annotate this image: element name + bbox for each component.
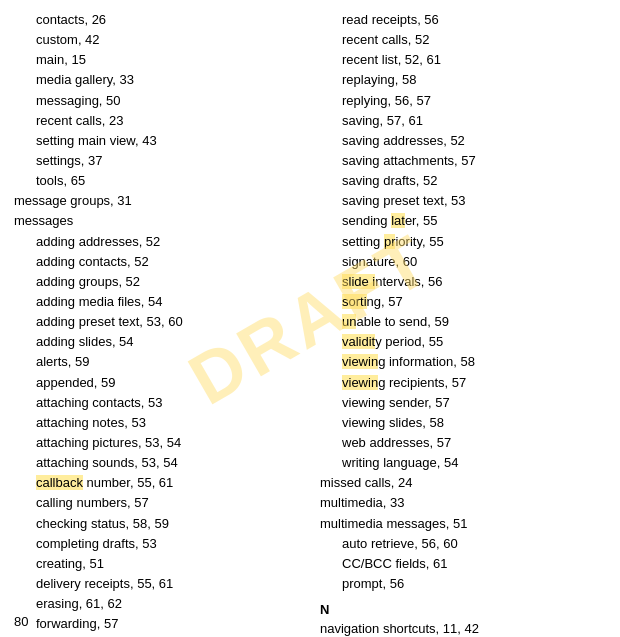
list-item: media gallery, 33 [14, 70, 300, 90]
list-item: checking status, 58, 59 [14, 514, 300, 534]
list-item: recent calls, 52 [320, 30, 606, 50]
list-item: saving addresses, 52 [320, 131, 606, 151]
list-item: auto retrieve, 56, 60 [320, 534, 606, 554]
list-item: adding preset text, 53, 60 [14, 312, 300, 332]
list-item: CC/BCC fields, 61 [320, 554, 606, 574]
list-item: setting main view, 43 [14, 131, 300, 151]
list-item: viewing recipients, 57 [320, 373, 606, 393]
section-header-n: N [320, 602, 606, 617]
list-item: saving preset text, 53 [320, 191, 606, 211]
list-item: contacts, 26 [14, 10, 300, 30]
list-item: recent calls, 23 [14, 111, 300, 131]
list-item: web addresses, 57 [320, 433, 606, 453]
list-item: messaging, 50 [14, 91, 300, 111]
list-item: slide intervals, 56 [320, 272, 606, 292]
list-item: adding contacts, 52 [14, 252, 300, 272]
list-item: attaching pictures, 53, 54 [14, 433, 300, 453]
list-item: sending later, 55 [320, 211, 606, 231]
list-item: navigation shortcuts, 11, 42 [320, 619, 606, 637]
list-item: viewing sender, 57 [320, 393, 606, 413]
list-item: setting priority, 55 [320, 232, 606, 252]
list-item: writing language, 54 [320, 453, 606, 473]
list-item: messages [14, 211, 300, 231]
list-item: attaching contacts, 53 [14, 393, 300, 413]
list-item: appended, 59 [14, 373, 300, 393]
list-item: alerts, 59 [14, 352, 300, 372]
left-column: contacts, 26 custom, 42 main, 15 media g… [14, 10, 310, 637]
list-item: replaying, 58 [320, 70, 606, 90]
list-item: replying, 56, 57 [320, 91, 606, 111]
list-item: attaching sounds, 53, 54 [14, 453, 300, 473]
list-item: forwarding, 57 [14, 614, 300, 634]
list-item: multimedia messages, 51 [320, 514, 606, 534]
list-item: prompt, 56 [320, 574, 606, 594]
index-columns: contacts, 26 custom, 42 main, 15 media g… [14, 10, 606, 637]
page-container: DRAFT contacts, 26 custom, 42 main, 15 m… [0, 0, 620, 637]
list-item: creating, 51 [14, 554, 300, 574]
list-item-callback: callback number, 55, 61 [14, 473, 300, 493]
list-item: main, 15 [14, 50, 300, 70]
list-item: missed calls, 24 [320, 473, 606, 493]
list-item: saving, 57, 61 [320, 111, 606, 131]
list-item: delivery receipts, 55, 61 [14, 574, 300, 594]
list-item: sorting, 57 [320, 292, 606, 312]
list-item: message groups, 31 [14, 191, 300, 211]
list-item: viewing slides, 58 [320, 413, 606, 433]
list-item: adding media files, 54 [14, 292, 300, 312]
list-item: saving attachments, 57 [320, 151, 606, 171]
list-item: completing drafts, 53 [14, 534, 300, 554]
page-number: 80 [14, 614, 28, 629]
list-item: erasing, 61, 62 [14, 594, 300, 614]
list-item: settings, 37 [14, 151, 300, 171]
list-item: adding addresses, 52 [14, 232, 300, 252]
list-item: calling numbers, 57 [14, 493, 300, 513]
list-item: saving drafts, 52 [320, 171, 606, 191]
list-item: signature, 60 [320, 252, 606, 272]
list-item: unable to send, 59 [320, 312, 606, 332]
list-item: custom, 42 [14, 30, 300, 50]
list-item: multimedia, 33 [320, 493, 606, 513]
list-item: validity period, 55 [320, 332, 606, 352]
list-item: viewing information, 58 [320, 352, 606, 372]
list-item: read receipts, 56 [320, 10, 606, 30]
list-item: adding slides, 54 [14, 332, 300, 352]
list-item: tools, 65 [14, 171, 300, 191]
list-item: recent list, 52, 61 [320, 50, 606, 70]
list-item: adding groups, 52 [14, 272, 300, 292]
list-item: attaching notes, 53 [14, 413, 300, 433]
right-column: read receipts, 56 recent calls, 52 recen… [310, 10, 606, 637]
